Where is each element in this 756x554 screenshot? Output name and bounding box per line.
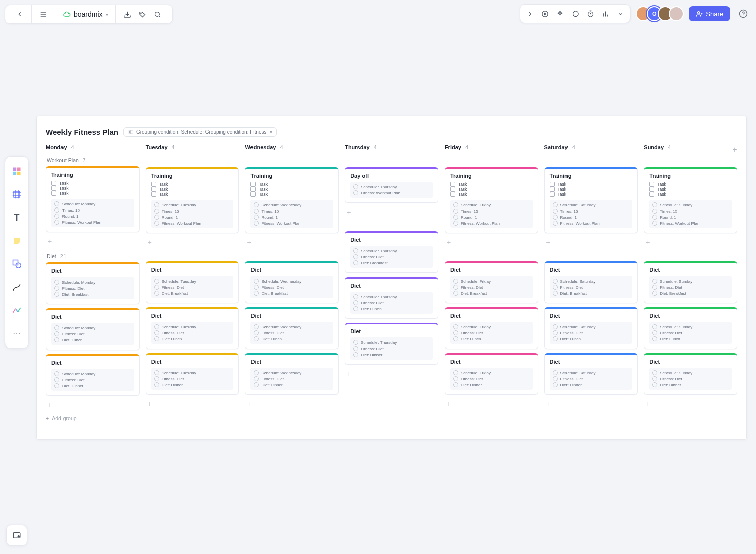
back-button[interactable] xyxy=(12,7,27,22)
task-item[interactable]: Task xyxy=(649,192,732,197)
checkbox-icon[interactable] xyxy=(250,192,256,197)
expand-panel-button[interactable] xyxy=(522,6,537,21)
column-header[interactable]: Saturday4 xyxy=(544,144,638,150)
tool-frame[interactable] xyxy=(7,184,26,205)
more-tools-button[interactable] xyxy=(613,6,628,21)
column-header[interactable]: Monday4 xyxy=(46,144,140,150)
training-card[interactable]: TrainingTaskTaskTaskSchedule: TuesdayTim… xyxy=(146,167,239,233)
diet-card[interactable]: DietSchedule: MondayFitness: DietDiet: B… xyxy=(46,262,140,304)
add-card-button[interactable]: + xyxy=(345,369,438,379)
add-card-button[interactable]: + xyxy=(146,237,239,247)
tool-pen[interactable] xyxy=(7,300,26,321)
checkbox-icon[interactable] xyxy=(51,186,56,191)
add-card-button[interactable]: + xyxy=(245,237,339,247)
tool-more[interactable]: ⋯ xyxy=(7,323,26,344)
task-item[interactable]: Task xyxy=(550,182,633,187)
add-card-button[interactable]: + xyxy=(46,400,140,410)
task-item[interactable]: Task xyxy=(250,192,333,197)
chart-button[interactable] xyxy=(598,6,613,21)
tool-connector[interactable] xyxy=(7,276,26,298)
column-header[interactable]: Tuesday4 xyxy=(146,144,239,150)
add-card-button[interactable]: + xyxy=(445,237,538,247)
task-item[interactable]: Task xyxy=(51,186,134,191)
diet-card[interactable]: DietSchedule: TuesdayFitness: DietDiet: … xyxy=(146,261,239,303)
collaborator-avatars[interactable]: O xyxy=(636,6,684,21)
dayoff-card[interactable]: Day offSchedule: ThursdayFitness: Workou… xyxy=(345,167,438,203)
task-item[interactable]: Task xyxy=(250,187,333,192)
diet-card[interactable]: DietSchedule: SaturdayFitness: DietDiet:… xyxy=(544,353,638,395)
add-card-button[interactable]: + xyxy=(445,399,538,409)
task-item[interactable]: Task xyxy=(649,182,732,187)
column-header[interactable]: Wednesday4 xyxy=(245,144,339,150)
training-card[interactable]: TrainingTaskTaskTaskSchedule: WednesdayT… xyxy=(245,167,339,233)
present-button[interactable] xyxy=(537,6,552,21)
task-item[interactable]: Task xyxy=(250,182,333,187)
checkbox-icon[interactable] xyxy=(550,182,555,187)
task-item[interactable]: Task xyxy=(51,181,134,186)
diet-card[interactable]: DietSchedule: SundayFitness: DietDiet: D… xyxy=(644,353,737,395)
group-label-diet[interactable]: Diet21 xyxy=(47,253,140,259)
diet-card[interactable]: DietSchedule: ThursdayFitness: DietDiet:… xyxy=(345,323,438,365)
add-card-button[interactable]: + xyxy=(544,399,638,409)
add-card-button[interactable]: + xyxy=(644,399,737,409)
tool-templates[interactable] xyxy=(7,161,26,182)
diet-card[interactable]: DietSchedule: MondayFitness: DietDiet: L… xyxy=(46,308,140,350)
task-item[interactable]: Task xyxy=(550,192,633,197)
board-canvas[interactable]: Weekly Fitness Plan Grouping condition: … xyxy=(36,116,747,440)
column-header[interactable]: Thursday4 xyxy=(345,144,438,150)
task-item[interactable]: Task xyxy=(450,187,533,192)
add-card-button[interactable]: + xyxy=(345,207,438,217)
checkbox-icon[interactable] xyxy=(450,182,455,187)
task-item[interactable]: Task xyxy=(450,192,533,197)
minimap-button[interactable] xyxy=(6,525,27,546)
add-card-button[interactable]: + xyxy=(245,399,339,409)
checkbox-icon[interactable] xyxy=(450,187,455,192)
help-button[interactable] xyxy=(735,6,751,22)
checkbox-icon[interactable] xyxy=(151,187,156,192)
add-group-button[interactable]: +Add group xyxy=(46,415,140,421)
add-card-button[interactable]: + xyxy=(644,237,737,247)
checkbox-icon[interactable] xyxy=(151,192,156,197)
training-card[interactable]: TrainingTaskTaskTaskSchedule: SaturdayTi… xyxy=(544,167,638,233)
task-item[interactable]: Task xyxy=(151,182,234,187)
tag-button[interactable] xyxy=(135,7,150,22)
checkbox-icon[interactable] xyxy=(649,182,654,187)
diet-card[interactable]: DietSchedule: FridayFitness: DietDiet: B… xyxy=(445,261,538,303)
timer-button[interactable] xyxy=(583,6,598,21)
training-card[interactable]: TrainingTaskTaskTaskSchedule: MondayTime… xyxy=(46,166,140,232)
diet-card[interactable]: DietSchedule: TuesdayFitness: DietDiet: … xyxy=(146,353,239,395)
task-item[interactable]: Task xyxy=(649,187,732,192)
ai-button[interactable] xyxy=(552,6,568,21)
search-button[interactable] xyxy=(150,7,165,22)
task-item[interactable]: Task xyxy=(151,187,234,192)
group-label-workout[interactable]: Workout Plan7 xyxy=(47,157,140,163)
comment-button[interactable] xyxy=(568,6,583,21)
diet-card[interactable]: DietSchedule: ThursdayFitness: DietDiet:… xyxy=(345,277,438,319)
tool-text[interactable]: T xyxy=(7,207,26,228)
checkbox-icon[interactable] xyxy=(250,187,256,192)
tool-shape[interactable] xyxy=(7,253,26,274)
share-button[interactable]: Share xyxy=(689,6,730,21)
column-header[interactable]: Friday4 xyxy=(445,144,538,150)
diet-card[interactable]: DietSchedule: SundayFitness: DietDiet: B… xyxy=(644,261,737,303)
add-card-button[interactable]: + xyxy=(46,236,140,246)
brand-dropdown[interactable]: boardmix ▾ xyxy=(59,10,111,18)
checkbox-icon[interactable] xyxy=(450,192,455,197)
board-title[interactable]: Weekly Fitness Plan xyxy=(46,128,118,136)
checkbox-icon[interactable] xyxy=(649,187,654,192)
task-item[interactable]: Task xyxy=(550,187,633,192)
diet-card[interactable]: DietSchedule: MondayFitness: DietDiet: D… xyxy=(46,354,140,396)
diet-card[interactable]: DietSchedule: FridayFitness: DietDiet: D… xyxy=(445,353,538,395)
diet-card[interactable]: DietSchedule: TuesdayFitness: DietDiet: … xyxy=(146,307,239,349)
training-card[interactable]: TrainingTaskTaskTaskSchedule: SundayTime… xyxy=(644,167,737,233)
checkbox-icon[interactable] xyxy=(151,182,156,187)
training-card[interactable]: TrainingTaskTaskTaskSchedule: FridayTime… xyxy=(445,167,538,233)
task-item[interactable]: Task xyxy=(450,182,533,187)
menu-button[interactable] xyxy=(36,7,51,22)
add-column-button[interactable]: + xyxy=(729,144,740,155)
add-card-button[interactable]: + xyxy=(146,399,239,409)
diet-card[interactable]: DietSchedule: SundayFitness: DietDiet: L… xyxy=(644,307,737,349)
diet-card[interactable]: DietSchedule: SaturdayFitness: DietDiet:… xyxy=(544,261,638,303)
tool-sticky[interactable] xyxy=(7,230,26,251)
diet-card[interactable]: DietSchedule: FridayFitness: DietDiet: L… xyxy=(445,307,538,349)
